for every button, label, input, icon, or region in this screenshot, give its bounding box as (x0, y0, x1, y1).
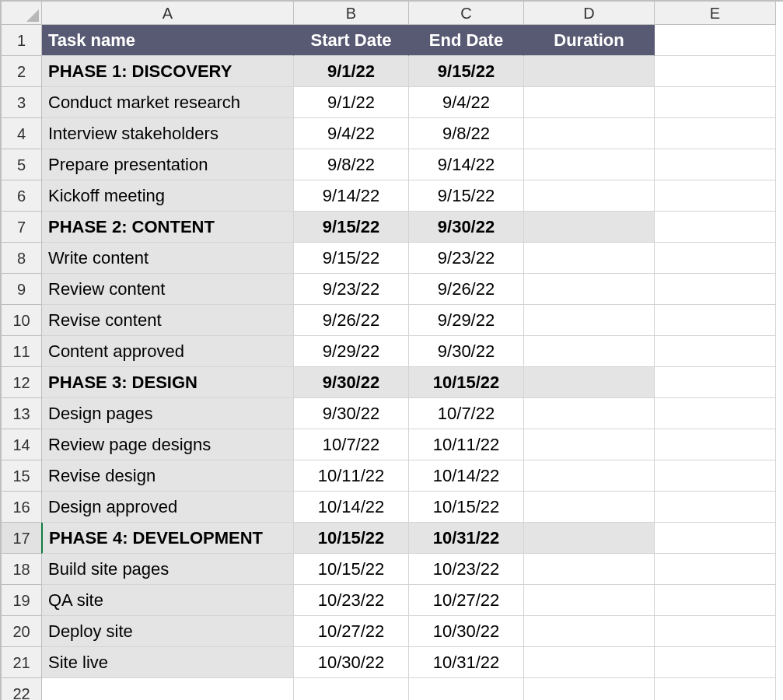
cell-C21[interactable]: 10/31/22 (409, 647, 524, 678)
cell-E3[interactable] (655, 87, 776, 118)
cell-C13[interactable]: 10/7/22 (409, 398, 524, 429)
cell-A14[interactable]: Review page designs (42, 429, 294, 460)
cell-B2[interactable]: 9/1/22 (294, 56, 409, 87)
row-header-11[interactable]: 11 (2, 336, 42, 367)
cell-A9[interactable]: Review content (42, 274, 294, 305)
cell-B1[interactable]: Start Date (294, 25, 409, 56)
cell-A13[interactable]: Design pages (42, 398, 294, 429)
cell-C18[interactable]: 10/23/22 (409, 554, 524, 585)
cell-A16[interactable]: Design approved (42, 492, 294, 523)
row-header-21[interactable]: 21 (2, 647, 42, 678)
row-header-13[interactable]: 13 (2, 398, 42, 429)
cell-A10[interactable]: Revise content (42, 305, 294, 336)
col-header-D[interactable]: D (524, 2, 655, 25)
cell-D22[interactable] (524, 678, 655, 700)
row-header-18[interactable]: 18 (2, 554, 42, 585)
cell-A7[interactable]: PHASE 2: CONTENT (42, 212, 294, 243)
cell-C2[interactable]: 9/15/22 (409, 56, 524, 87)
cell-C19[interactable]: 10/27/22 (409, 585, 524, 616)
col-header-C[interactable]: C (409, 2, 524, 25)
cell-D18[interactable] (524, 554, 655, 585)
cell-D3[interactable] (524, 87, 655, 118)
cell-C1[interactable]: End Date (409, 25, 524, 56)
cell-C11[interactable]: 9/30/22 (409, 336, 524, 367)
cell-A21[interactable]: Site live (42, 647, 294, 678)
cell-E1[interactable] (655, 25, 776, 56)
cell-D20[interactable] (524, 616, 655, 647)
row-header-3[interactable]: 3 (2, 87, 42, 118)
cell-B5[interactable]: 9/8/22 (294, 149, 409, 180)
row-header-1[interactable]: 1 (2, 25, 42, 56)
cell-D16[interactable] (524, 492, 655, 523)
row-header-22[interactable]: 22 (2, 678, 42, 700)
cell-E21[interactable] (655, 647, 776, 678)
cell-B12[interactable]: 9/30/22 (294, 367, 409, 398)
cell-B10[interactable]: 9/26/22 (294, 305, 409, 336)
cell-E12[interactable] (655, 367, 776, 398)
cell-A6[interactable]: Kickoff meeting (42, 180, 294, 212)
cell-D13[interactable] (524, 398, 655, 429)
cell-E16[interactable] (655, 492, 776, 523)
cell-E10[interactable] (655, 305, 776, 336)
cell-B8[interactable]: 9/15/22 (294, 243, 409, 274)
select-all-corner[interactable] (2, 2, 42, 25)
cell-E8[interactable] (655, 243, 776, 274)
cell-A18[interactable]: Build site pages (42, 554, 294, 585)
cell-E15[interactable] (655, 460, 776, 492)
cell-C7[interactable]: 9/30/22 (409, 212, 524, 243)
cell-E18[interactable] (655, 554, 776, 585)
cell-D5[interactable] (524, 149, 655, 180)
cell-D17[interactable] (524, 523, 655, 554)
cell-A8[interactable]: Write content (42, 243, 294, 274)
cell-C20[interactable]: 10/30/22 (409, 616, 524, 647)
cell-D21[interactable] (524, 647, 655, 678)
cell-A1[interactable]: Task name (42, 25, 294, 56)
cell-C8[interactable]: 9/23/22 (409, 243, 524, 274)
cell-B14[interactable]: 10/7/22 (294, 429, 409, 460)
cell-B6[interactable]: 9/14/22 (294, 180, 409, 212)
cell-C4[interactable]: 9/8/22 (409, 118, 524, 149)
cell-E11[interactable] (655, 336, 776, 367)
row-header-6[interactable]: 6 (2, 180, 42, 212)
cell-B21[interactable]: 10/30/22 (294, 647, 409, 678)
cell-C9[interactable]: 9/26/22 (409, 274, 524, 305)
cell-A15[interactable]: Revise design (42, 460, 294, 492)
cell-A22[interactable] (42, 678, 294, 700)
cell-B13[interactable]: 9/30/22 (294, 398, 409, 429)
row-header-15[interactable]: 15 (2, 460, 42, 492)
spreadsheet-grid[interactable]: A B C D E 1 Task name Start Date End Dat… (0, 0, 783, 700)
cell-D8[interactable] (524, 243, 655, 274)
cell-C14[interactable]: 10/11/22 (409, 429, 524, 460)
row-header-17[interactable]: 17 (2, 523, 42, 554)
cell-E19[interactable] (655, 585, 776, 616)
cell-C17[interactable]: 10/31/22 (409, 523, 524, 554)
cell-E4[interactable] (655, 118, 776, 149)
cell-B16[interactable]: 10/14/22 (294, 492, 409, 523)
cell-B20[interactable]: 10/27/22 (294, 616, 409, 647)
cell-A4[interactable]: Interview stakeholders (42, 118, 294, 149)
cell-A19[interactable]: QA site (42, 585, 294, 616)
cell-E22[interactable] (655, 678, 776, 700)
cell-A17[interactable]: PHASE 4: DEVELOPMENT (41, 523, 294, 554)
row-header-5[interactable]: 5 (2, 149, 42, 180)
cell-D6[interactable] (524, 180, 655, 212)
cell-E14[interactable] (655, 429, 776, 460)
col-header-E[interactable]: E (655, 2, 776, 25)
cell-B4[interactable]: 9/4/22 (294, 118, 409, 149)
cell-A20[interactable]: Deploy site (42, 616, 294, 647)
cell-B22[interactable] (294, 678, 409, 700)
cell-C15[interactable]: 10/14/22 (409, 460, 524, 492)
row-header-4[interactable]: 4 (2, 118, 42, 149)
cell-E6[interactable] (655, 180, 776, 212)
cell-C16[interactable]: 10/15/22 (409, 492, 524, 523)
row-header-19[interactable]: 19 (2, 585, 42, 616)
cell-D11[interactable] (524, 336, 655, 367)
cell-C22[interactable] (409, 678, 524, 700)
cell-C3[interactable]: 9/4/22 (409, 87, 524, 118)
cell-D15[interactable] (524, 460, 655, 492)
row-header-9[interactable]: 9 (2, 274, 42, 305)
row-header-7[interactable]: 7 (2, 212, 42, 243)
cell-C6[interactable]: 9/15/22 (409, 180, 524, 212)
cell-D14[interactable] (524, 429, 655, 460)
cell-B18[interactable]: 10/15/22 (294, 554, 409, 585)
